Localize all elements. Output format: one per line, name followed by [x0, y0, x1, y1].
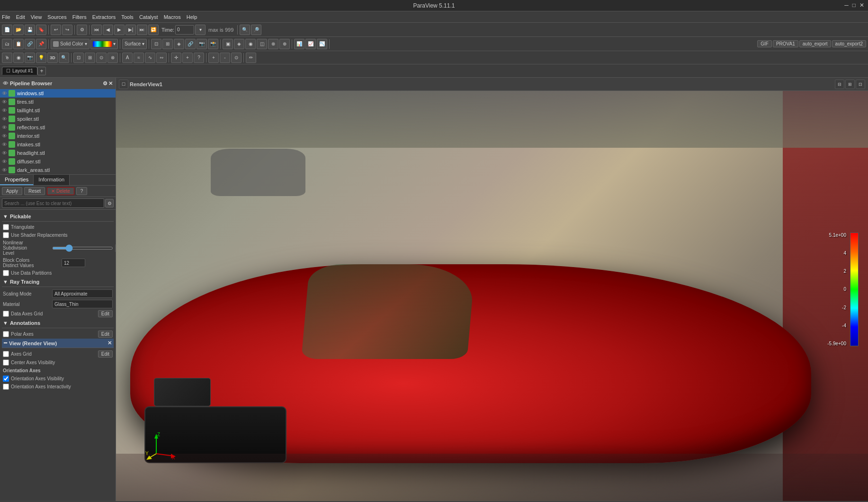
- play-btn[interactable]: ▶: [114, 25, 125, 35]
- select1[interactable]: ▣: [223, 39, 233, 49]
- view-cam1[interactable]: 📷: [197, 39, 207, 49]
- search-input[interactable]: [2, 198, 104, 208]
- tab-information[interactable]: Information: [34, 175, 70, 185]
- gif-tag[interactable]: GIF: [757, 40, 772, 47]
- anim2[interactable]: ≈: [134, 53, 144, 63]
- new-btn[interactable]: 📄: [2, 25, 12, 35]
- macro1[interactable]: ✏: [246, 53, 256, 63]
- menu-item-extractors[interactable]: Extractors: [92, 14, 116, 20]
- car-scene[interactable]: Z X Y 5.1e+00: [116, 78, 868, 501]
- layout-tab[interactable]: ☐ Layout #1: [2, 67, 37, 75]
- anim3[interactable]: ∿: [145, 53, 155, 63]
- menu-item-help[interactable]: Help: [187, 14, 197, 20]
- undo-btn[interactable]: ↩: [51, 25, 61, 35]
- view-3d[interactable]: ⊞: [162, 39, 173, 49]
- tb2-2[interactable]: 📋: [13, 39, 24, 49]
- time-dropdown[interactable]: ▾: [195, 25, 206, 35]
- menu-item-filters[interactable]: Filters: [72, 14, 87, 20]
- annot1[interactable]: +: [208, 53, 219, 63]
- filter3[interactable]: 📷: [25, 53, 35, 63]
- auto-export-tag[interactable]: auto_export: [799, 40, 831, 47]
- menu-item-file[interactable]: File: [2, 14, 10, 20]
- select4[interactable]: ◫: [257, 39, 267, 49]
- section-annotations[interactable]: ▼ Annotations: [2, 318, 114, 328]
- color-dropdown[interactable]: Solid Color ▾: [51, 39, 89, 49]
- pipeline-item-spoiler[interactable]: 👁 spoiler.stl: [0, 115, 116, 123]
- orientation-axes-visibility-checkbox[interactable]: [3, 376, 9, 382]
- tb2-1[interactable]: 🗂: [2, 39, 12, 49]
- loop-btn[interactable]: 🔁: [148, 25, 159, 35]
- view-close-icon[interactable]: ✕: [107, 340, 112, 346]
- help-btn[interactable]: ?: [76, 187, 88, 195]
- add-layout-btn[interactable]: +: [37, 67, 46, 75]
- filter1[interactable]: 🖱: [2, 53, 12, 63]
- menu-item-view[interactable]: View: [31, 14, 42, 20]
- next-frame-btn[interactable]: ▶|: [125, 25, 136, 35]
- split-vert-btn[interactable]: ⊞: [845, 80, 855, 89]
- split-horiz-btn[interactable]: ⊟: [835, 80, 844, 89]
- save-state-btn[interactable]: 🔖: [36, 25, 46, 35]
- select6[interactable]: ⊕: [279, 39, 290, 49]
- section-view[interactable]: ━ View (Render View) ✕: [2, 339, 114, 348]
- delete-btn[interactable]: ✕ Delete: [47, 187, 74, 195]
- tool1[interactable]: 📊: [294, 39, 304, 49]
- pipeline-item-headlight[interactable]: 👁 headlight.stl: [0, 149, 116, 157]
- last-frame-btn[interactable]: ⏭: [137, 25, 147, 35]
- pipeline-item-diffuser[interactable]: 👁 diffuser.stl: [0, 157, 116, 166]
- annot3[interactable]: ⊙: [231, 53, 242, 63]
- polar-axes-edit-btn[interactable]: Edit: [98, 331, 113, 338]
- anim1[interactable]: A: [122, 53, 133, 63]
- reset-camera[interactable]: ⊡: [73, 53, 84, 63]
- pipeline-item-reflectors[interactable]: 👁 reflectors.stl: [0, 123, 116, 132]
- search-options-btn[interactable]: ⚙: [105, 199, 114, 207]
- cam-tool4[interactable]: ⊗: [107, 53, 118, 63]
- menu-item-catalyst[interactable]: Catalyst: [139, 14, 158, 20]
- magnify-btn[interactable]: 🔍: [240, 25, 250, 35]
- filter4[interactable]: 💡: [36, 53, 46, 63]
- pick3[interactable]: ?: [194, 53, 204, 63]
- data-axes-checkbox[interactable]: [3, 311, 9, 317]
- first-frame-btn[interactable]: ⏮: [91, 25, 102, 35]
- view-parallel[interactable]: ◈: [174, 39, 184, 49]
- pick2[interactable]: +: [182, 53, 193, 63]
- shader-checkbox[interactable]: [3, 232, 9, 238]
- triangulate-checkbox[interactable]: [3, 224, 9, 230]
- prev-frame-btn[interactable]: ◀: [103, 25, 113, 35]
- prova1-tag[interactable]: PROVA1: [773, 40, 798, 47]
- minimize-btn[interactable]: ─: [844, 2, 849, 9]
- data-partitions-checkbox[interactable]: [3, 270, 9, 276]
- filter-3d[interactable]: 3D: [47, 53, 58, 63]
- axes-grid-edit-btn[interactable]: Edit: [98, 350, 113, 358]
- pipeline-item-dark-areas[interactable]: 👁 dark_areas.stl: [0, 166, 116, 174]
- reset-btn[interactable]: Reset: [24, 187, 45, 195]
- pipeline-item-interior[interactable]: 👁 interior.stl: [0, 132, 116, 140]
- section-ray-tracing[interactable]: ▼ Ray Tracing: [2, 277, 114, 287]
- filter5[interactable]: 🔍: [59, 53, 69, 63]
- pipeline-item-taillight[interactable]: 👁 taillight.stl: [0, 106, 116, 115]
- render-view[interactable]: ☐ RenderView1 ⊟ ⊞ ⊡: [116, 78, 868, 501]
- tab-properties[interactable]: Properties: [0, 175, 34, 185]
- menu-item-tools[interactable]: Tools: [121, 14, 134, 20]
- select3[interactable]: ◉: [245, 39, 256, 49]
- apply-btn[interactable]: Apply: [2, 187, 22, 195]
- data-axes-edit-btn[interactable]: Edit: [98, 310, 113, 317]
- cam-tool3[interactable]: ⊙: [96, 53, 107, 63]
- menu-item-sources[interactable]: Sources: [47, 14, 66, 20]
- pipeline-close-icon[interactable]: ✕: [108, 81, 113, 87]
- zoom-data[interactable]: ⊞: [85, 53, 95, 63]
- orientation-axes-interactivity-checkbox[interactable]: [3, 384, 9, 390]
- filter2[interactable]: ◉: [13, 53, 24, 63]
- maximize-btn[interactable]: □: [852, 2, 856, 9]
- magnify2-btn[interactable]: 🔎: [251, 25, 261, 35]
- auto-export2-tag[interactable]: auto_export2: [832, 40, 866, 47]
- section-pickable[interactable]: ▼ Pickable: [2, 212, 114, 222]
- pipeline-settings-icon[interactable]: ⚙: [103, 81, 107, 87]
- center-axes-checkbox[interactable]: [3, 359, 9, 366]
- close-btn[interactable]: ✕: [859, 2, 864, 9]
- save-btn[interactable]: 💾: [25, 25, 35, 35]
- tool3[interactable]: 📉: [317, 39, 327, 49]
- pipeline-item-windows[interactable]: 👁 windows.stl: [0, 89, 116, 98]
- redo-btn[interactable]: ↪: [62, 25, 72, 35]
- open-btn[interactable]: 📂: [13, 25, 24, 35]
- menu-item-macros[interactable]: Macros: [164, 14, 181, 20]
